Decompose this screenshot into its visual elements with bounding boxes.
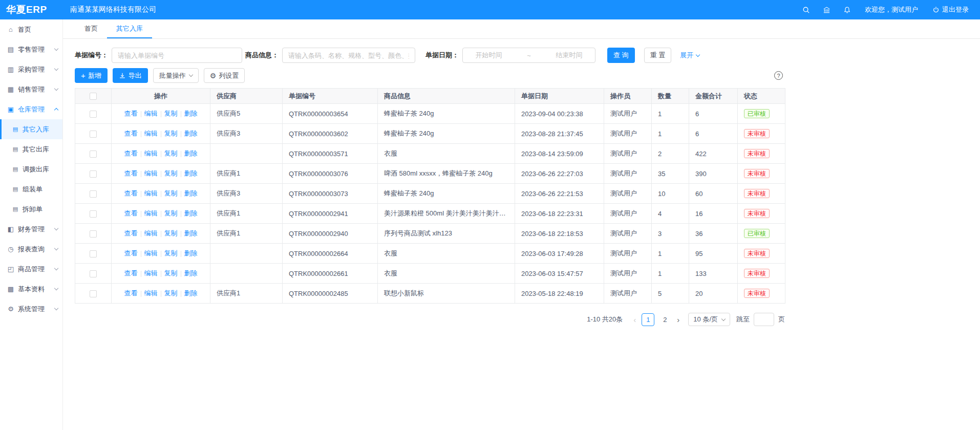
chevron-down-icon	[54, 87, 58, 91]
row-checkbox[interactable]	[90, 131, 97, 138]
bill-no-input[interactable]	[112, 48, 242, 63]
next-page-button[interactable]: ›	[673, 315, 683, 324]
view-link[interactable]: 查看	[121, 110, 141, 117]
finance-icon: ◧	[7, 225, 15, 233]
document-icon: ▤	[11, 186, 19, 192]
copy-link[interactable]: 复制	[161, 289, 181, 297]
bell-icon[interactable]	[842, 5, 851, 14]
jump-page-input[interactable]	[754, 313, 774, 326]
sidebar-item-goods[interactable]: ◰商品管理	[0, 259, 62, 279]
sidebar-subitem-other-inbound[interactable]: ▤其它入库	[0, 119, 62, 139]
tab-other-inbound[interactable]: 其它入库	[107, 19, 152, 38]
delete-link[interactable]: 删除	[181, 289, 201, 297]
add-button[interactable]: + 新增	[75, 68, 108, 83]
edit-link[interactable]: 编辑	[141, 289, 161, 297]
search-button[interactable]: 查 询	[607, 48, 635, 63]
delete-link[interactable]: 删除	[181, 209, 201, 217]
delete-link[interactable]: 删除	[181, 110, 201, 117]
logout-button[interactable]: 退出登录	[932, 5, 969, 14]
search-icon[interactable]	[801, 5, 811, 14]
edit-link[interactable]: 编辑	[141, 249, 161, 257]
page-button-1[interactable]: 1	[642, 313, 654, 326]
sidebar-item-warehouse[interactable]: ▣仓库管理	[0, 99, 62, 119]
delete-link[interactable]: 删除	[181, 189, 201, 197]
expand-link[interactable]: 展开	[680, 51, 699, 60]
copy-link[interactable]: 复制	[161, 149, 181, 157]
sidebar-item-report[interactable]: ◷报表查询	[0, 239, 62, 259]
product-info-input[interactable]	[282, 48, 415, 63]
copy-link[interactable]: 复制	[161, 249, 181, 257]
column-settings-button[interactable]: ⚙ 列设置	[204, 68, 245, 83]
delete-link[interactable]: 删除	[181, 130, 201, 137]
tab-home[interactable]: 首页	[75, 19, 107, 38]
sidebar-item-finance[interactable]: ◧财务管理	[0, 219, 62, 239]
sidebar-subitem-label: 其它出库	[23, 145, 49, 154]
reset-button[interactable]: 重 置	[644, 48, 672, 63]
date-cell: 2023-06-18 22:23:31	[515, 204, 604, 224]
view-link[interactable]: 查看	[121, 289, 141, 297]
page-size-select[interactable]: 10 条/页	[688, 313, 730, 326]
copy-link[interactable]: 复制	[161, 269, 181, 277]
bank-icon[interactable]	[822, 5, 831, 14]
delete-link[interactable]: 删除	[181, 169, 201, 177]
page-button-2[interactable]: 2	[658, 313, 671, 326]
sidebar-item-system[interactable]: ⚙系统管理	[0, 299, 62, 319]
product-cell: 联想小新鼠标	[378, 284, 515, 304]
view-link[interactable]: 查看	[121, 269, 141, 277]
select-all-checkbox[interactable]	[90, 93, 97, 100]
row-checkbox[interactable]	[90, 210, 97, 218]
delete-link[interactable]: 删除	[181, 249, 201, 257]
export-button[interactable]: 导出	[113, 68, 148, 83]
amount-cell: 133	[689, 264, 738, 284]
view-link[interactable]: 查看	[121, 209, 141, 217]
row-checkbox[interactable]	[90, 150, 97, 158]
row-checkbox[interactable]	[90, 230, 97, 238]
view-link[interactable]: 查看	[121, 149, 141, 157]
view-link[interactable]: 查看	[121, 169, 141, 177]
view-link[interactable]: 查看	[121, 189, 141, 197]
sidebar-item-purchase[interactable]: ▥采购管理	[0, 59, 62, 79]
edit-link[interactable]: 编辑	[141, 110, 161, 117]
sidebar-subitem-disassembly[interactable]: ▤拆卸单	[0, 199, 62, 219]
copy-link[interactable]: 复制	[161, 169, 181, 177]
delete-link[interactable]: 删除	[181, 229, 201, 237]
sidebar-menu: ⌂首页▤零售管理▥采购管理▦销售管理▣仓库管理▤其它入库▤其它出库▤调拨出库▤组…	[0, 19, 63, 430]
sidebar-item-sales[interactable]: ▦销售管理	[0, 79, 62, 99]
edit-link[interactable]: 编辑	[141, 169, 161, 177]
edit-link[interactable]: 编辑	[141, 269, 161, 277]
sidebar-item-home[interactable]: ⌂首页	[0, 19, 62, 39]
sidebar-subitem-other-outbound[interactable]: ▤其它出库	[0, 139, 62, 159]
help-icon[interactable]: ?	[774, 71, 783, 80]
copy-link[interactable]: 复制	[161, 110, 181, 117]
sidebar-subitem-assembly[interactable]: ▤组装单	[0, 179, 62, 199]
delete-link[interactable]: 删除	[181, 149, 201, 157]
row-checkbox[interactable]	[90, 250, 97, 257]
row-checkbox[interactable]	[90, 170, 97, 178]
batch-actions-button[interactable]: 批量操作	[153, 68, 199, 83]
copy-link[interactable]: 复制	[161, 209, 181, 217]
sidebar-item-retail[interactable]: ▤零售管理	[0, 39, 62, 59]
sidebar-subitem-transfer-outbound[interactable]: ▤调拨出库	[0, 159, 62, 179]
edit-link[interactable]: 编辑	[141, 229, 161, 237]
date-separator: ~	[527, 52, 531, 59]
row-checkbox[interactable]	[90, 111, 97, 118]
view-link[interactable]: 查看	[121, 249, 141, 257]
copy-link[interactable]: 复制	[161, 130, 181, 137]
edit-link[interactable]: 编辑	[141, 189, 161, 197]
row-checkbox[interactable]	[90, 190, 97, 198]
date-start-placeholder: 开始时间	[475, 51, 502, 60]
copy-link[interactable]: 复制	[161, 189, 181, 197]
row-checkbox[interactable]	[90, 290, 97, 297]
delete-link[interactable]: 删除	[181, 269, 201, 277]
view-link[interactable]: 查看	[121, 229, 141, 237]
view-link[interactable]: 查看	[121, 130, 141, 137]
sidebar-item-basic[interactable]: ▩基本资料	[0, 279, 62, 299]
prev-page-button[interactable]: ‹	[630, 315, 640, 324]
edit-link[interactable]: 编辑	[141, 130, 161, 137]
qty-cell: 35	[652, 164, 689, 184]
edit-link[interactable]: 编辑	[141, 209, 161, 217]
date-range-picker[interactable]: 开始时间 ~ 结束时间	[462, 48, 595, 63]
copy-link[interactable]: 复制	[161, 229, 181, 237]
edit-link[interactable]: 编辑	[141, 149, 161, 157]
row-checkbox[interactable]	[90, 270, 97, 277]
